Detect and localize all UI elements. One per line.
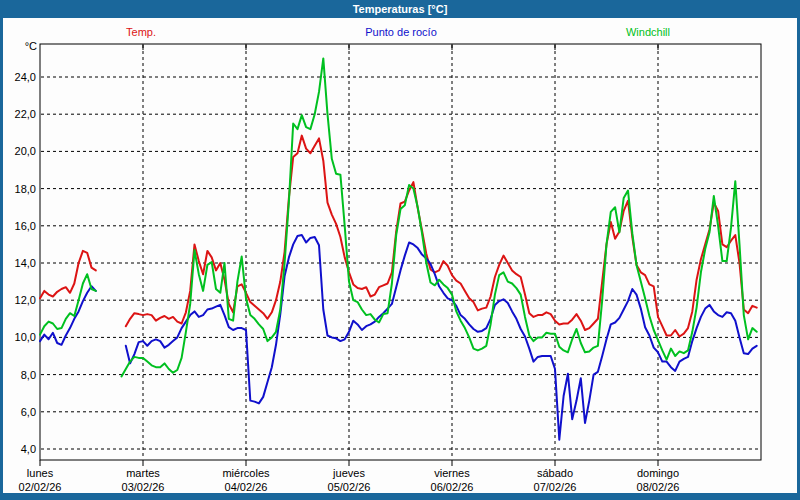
series-line-windchill (40, 58, 757, 376)
y-tick-label: 12,0 (15, 294, 36, 306)
y-tick-label: 4,0 (21, 443, 36, 455)
series-line-temp- (40, 136, 757, 337)
day-date-label: 04/02/26 (225, 481, 268, 493)
weather-chart-window: Temperaturas [°C] 24,022,020,018,016,014… (0, 0, 800, 500)
day-name-label: viernes (434, 467, 470, 479)
y-tick-label: 8,0 (21, 369, 36, 381)
legend-item-temp: Temp. (126, 26, 156, 38)
series-line-punto-de-roc-o (40, 235, 757, 440)
temperature-chart: 24,022,020,018,016,014,012,010,08,06,04,… (0, 0, 800, 500)
legend-item-windchill: Windchill (626, 26, 670, 38)
day-date-label: 06/02/26 (431, 481, 474, 493)
day-name-label: sábado (537, 467, 573, 479)
y-tick-label: 16,0 (15, 220, 36, 232)
day-date-label: 07/02/26 (534, 481, 577, 493)
window-frame-bottom (0, 493, 800, 500)
day-date-label: 05/02/26 (328, 481, 371, 493)
day-name-label: miércoles (222, 467, 270, 479)
chart-canvas: 24,022,020,018,016,014,012,010,08,06,04,… (0, 0, 800, 500)
day-name-label: domingo (637, 467, 679, 479)
day-date-label: 02/02/26 (19, 481, 62, 493)
day-name-label: lunes (27, 467, 54, 479)
y-tick-label: 24,0 (15, 71, 36, 83)
day-date-label: 08/02/26 (637, 481, 680, 493)
y-tick-label: 18,0 (15, 183, 36, 195)
y-tick-label: 20,0 (15, 145, 36, 157)
day-date-label: 03/02/26 (122, 481, 165, 493)
window-frame-left (0, 18, 3, 500)
y-tick-label: 22,0 (15, 108, 36, 120)
y-tick-label: 14,0 (15, 257, 36, 269)
y-tick-label: 6,0 (21, 406, 36, 418)
y-tick-label: 10,0 (15, 331, 36, 343)
y-axis-unit: °C (25, 40, 37, 52)
legend-item-dewpoint: Punto de rocío (365, 26, 437, 38)
day-name-label: martes (126, 467, 160, 479)
day-name-label: jueves (332, 467, 365, 479)
